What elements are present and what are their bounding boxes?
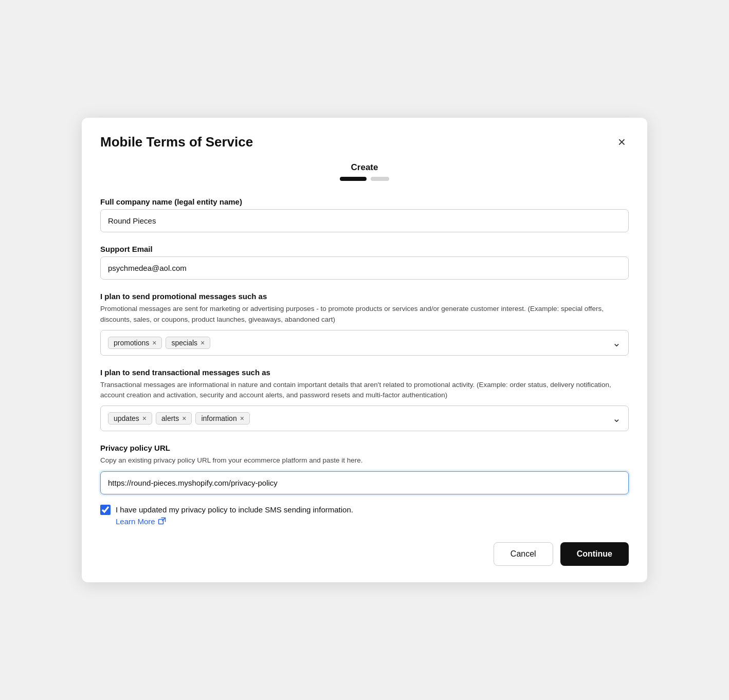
- tag-promotions-remove[interactable]: ×: [152, 339, 156, 346]
- support-email-section: Support Email: [100, 245, 629, 280]
- continue-button[interactable]: Continue: [560, 542, 629, 566]
- tag-specials: specials ×: [166, 337, 210, 349]
- privacy-policy-input[interactable]: [100, 471, 629, 494]
- privacy-checkbox-section: I have updated my privacy policy to incl…: [100, 505, 629, 526]
- promotional-description: Promotional messages are sent for market…: [100, 304, 629, 325]
- stepper-dots: [340, 177, 389, 181]
- footer-buttons: Cancel Continue: [100, 542, 629, 566]
- close-button[interactable]: ×: [615, 134, 629, 150]
- transactional-description: Transactional messages are informational…: [100, 380, 629, 401]
- tag-alerts-label: alerts: [161, 414, 179, 422]
- tag-updates: updates ×: [108, 412, 152, 425]
- privacy-policy-section: Privacy policy URL Copy an existing priv…: [100, 444, 629, 494]
- tag-alerts-remove[interactable]: ×: [182, 415, 186, 422]
- cancel-button[interactable]: Cancel: [494, 542, 553, 566]
- tag-updates-remove[interactable]: ×: [142, 415, 147, 422]
- promotional-tags-dropdown[interactable]: promotions × specials × ⌄: [100, 330, 629, 356]
- learn-more-link[interactable]: Learn More: [116, 517, 629, 526]
- company-name-label: Full company name (legal entity name): [100, 197, 629, 206]
- tag-promotions: promotions ×: [108, 337, 162, 349]
- transactional-section: I plan to send transactional messages su…: [100, 368, 629, 432]
- tag-alerts: alerts ×: [156, 412, 192, 425]
- privacy-checkbox[interactable]: [100, 505, 111, 515]
- transactional-tags-dropdown[interactable]: updates × alerts × information × ⌄: [100, 406, 629, 431]
- checkbox-row: I have updated my privacy policy to incl…: [100, 505, 629, 515]
- modal-container: Mobile Terms of Service × Create Full co…: [82, 118, 647, 582]
- promotional-label: I plan to send promotional messages such…: [100, 292, 629, 301]
- stepper-dot-1: [340, 177, 367, 181]
- promotional-chevron-icon: ⌄: [612, 337, 621, 349]
- tag-specials-label: specials: [171, 339, 197, 347]
- modal-header: Mobile Terms of Service ×: [100, 134, 629, 150]
- tag-information: information ×: [195, 412, 249, 425]
- modal-title: Mobile Terms of Service: [100, 134, 253, 150]
- checkbox-label: I have updated my privacy policy to incl…: [116, 505, 353, 514]
- transactional-label: I plan to send transactional messages su…: [100, 368, 629, 377]
- company-name-section: Full company name (legal entity name): [100, 197, 629, 232]
- learn-more-label: Learn More: [116, 517, 155, 526]
- tag-information-label: information: [201, 414, 236, 422]
- tag-promotions-label: promotions: [114, 339, 149, 347]
- promotional-section: I plan to send promotional messages such…: [100, 292, 629, 356]
- privacy-policy-label: Privacy policy URL: [100, 444, 629, 452]
- company-name-input[interactable]: [100, 209, 629, 232]
- external-link-icon: [158, 517, 166, 525]
- stepper: Create: [100, 162, 629, 181]
- tag-information-remove[interactable]: ×: [240, 415, 244, 422]
- transactional-chevron-icon: ⌄: [612, 412, 621, 425]
- support-email-input[interactable]: [100, 256, 629, 280]
- tag-specials-remove[interactable]: ×: [201, 339, 205, 346]
- support-email-label: Support Email: [100, 245, 629, 253]
- privacy-policy-description: Copy an existing privacy policy URL from…: [100, 455, 629, 466]
- stepper-label: Create: [351, 162, 378, 173]
- stepper-dot-2: [371, 177, 389, 181]
- tag-updates-label: updates: [114, 414, 139, 422]
